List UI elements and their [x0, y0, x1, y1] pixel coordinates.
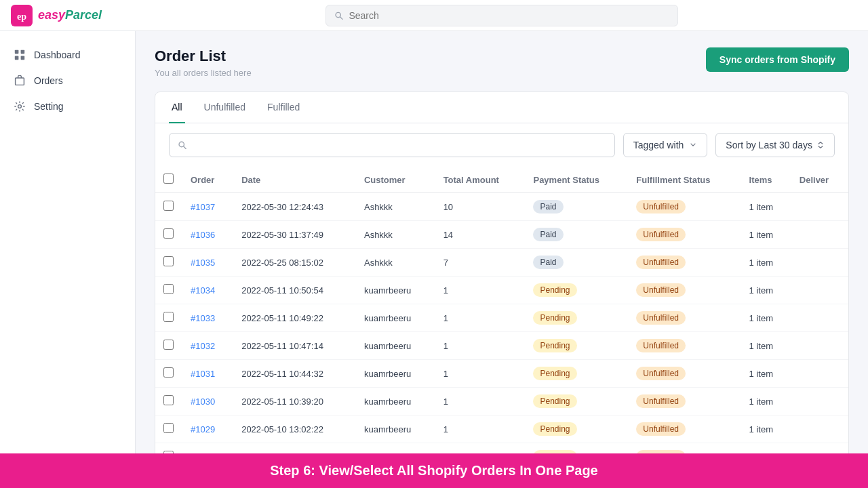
fulfillment-status-badge: Unfulfilled [636, 422, 686, 436]
order-card: All Unfulfilled Fulfilled Tagged with [155, 92, 849, 453]
row-checkbox[interactable] [155, 360, 182, 388]
order-link[interactable]: #1030 [191, 396, 215, 407]
row-checkbox[interactable] [155, 415, 182, 443]
row-payment-status: Pending [525, 304, 628, 332]
table-row: #1036 2022-05-30 11:37:49 Ashkkk 14 Paid… [155, 221, 848, 249]
payment-status-badge: Pending [533, 422, 576, 436]
row-items: 1 item [741, 360, 791, 388]
row-select-checkbox[interactable] [163, 201, 174, 211]
row-items: 1 item [741, 249, 791, 277]
row-date: 2022-05-10 12:59:37 [233, 443, 356, 454]
select-all-checkbox[interactable] [163, 174, 174, 184]
order-search-input[interactable] [193, 140, 606, 150]
row-checkbox[interactable] [155, 304, 182, 332]
order-link[interactable]: #1032 [191, 341, 215, 351]
order-link[interactable]: #1035 [191, 258, 215, 268]
row-fulfillment-status: Unfulfilled [628, 332, 741, 360]
order-link[interactable]: #1033 [191, 313, 215, 323]
row-order[interactable]: #1033 [182, 304, 233, 332]
tab-fulfilled[interactable]: Fulfilled [264, 92, 302, 123]
tagged-with-button[interactable]: Tagged with [623, 133, 708, 157]
topbar: ep easyParcel [0, 0, 868, 31]
payment-status-badge: Pending [533, 367, 576, 380]
header-checkbox-col [155, 167, 182, 193]
row-deliver [791, 277, 848, 304]
row-checkbox[interactable] [155, 332, 182, 360]
row-select-checkbox[interactable] [163, 312, 174, 322]
payment-status-badge: Pending [533, 394, 576, 408]
table-row: #1029 2022-05-10 13:02:22 kuamrbeeru 1 P… [155, 415, 848, 443]
col-date: Date [233, 167, 356, 193]
row-checkbox[interactable] [155, 221, 182, 249]
row-order[interactable]: #1036 [182, 221, 233, 249]
sync-button[interactable]: Sync orders from Shopify [706, 47, 849, 72]
row-order[interactable]: #1032 [182, 332, 233, 360]
table-body: #1037 2022-05-30 12:24:43 Ashkkk 10 Paid… [155, 193, 848, 454]
sidebar-item-setting[interactable]: Setting [0, 94, 135, 119]
order-search-container[interactable] [169, 133, 615, 157]
row-checkbox[interactable] [155, 249, 182, 277]
order-link[interactable]: #1029 [191, 424, 215, 434]
row-order[interactable]: #1035 [182, 249, 233, 277]
col-order: Order [182, 167, 233, 193]
row-customer: kuamrbeeru [356, 443, 435, 454]
row-deliver [791, 193, 848, 221]
row-items: 1 item [741, 388, 791, 415]
search-icon [334, 11, 343, 20]
row-select-checkbox[interactable] [163, 340, 174, 350]
row-order[interactable]: #1029 [182, 415, 233, 443]
sidebar: Dashboard Orders Setting [0, 31, 136, 453]
col-payment: Payment Status [525, 167, 628, 193]
grid-icon [14, 49, 26, 61]
row-date: 2022-05-11 10:50:54 [233, 277, 356, 304]
filter-row: Tagged with Sort by Last 30 days [155, 123, 848, 167]
col-deliver: Deliver [791, 167, 848, 193]
row-select-checkbox[interactable] [163, 284, 174, 294]
row-customer: kuamrbeeru [356, 277, 435, 304]
order-link[interactable]: #1034 [191, 285, 215, 296]
row-select-checkbox[interactable] [163, 423, 174, 433]
sort-button[interactable]: Sort by Last 30 days [715, 133, 835, 157]
order-link[interactable]: #1037 [191, 202, 215, 212]
row-order[interactable]: #1028 [182, 443, 233, 454]
sidebar-item-dashboard-label: Dashboard [34, 49, 81, 60]
row-checkbox[interactable] [155, 388, 182, 415]
global-search-input[interactable] [349, 10, 669, 21]
tab-all[interactable]: All [169, 92, 185, 123]
order-link[interactable]: #1031 [191, 369, 215, 379]
row-fulfillment-status: Unfulfilled [628, 193, 741, 221]
row-date: 2022-05-11 10:49:22 [233, 304, 356, 332]
row-date: 2022-05-25 08:15:02 [233, 249, 356, 277]
row-select-checkbox[interactable] [163, 228, 174, 239]
row-checkbox[interactable] [155, 193, 182, 221]
row-order[interactable]: #1030 [182, 388, 233, 415]
row-items: 1 item [741, 221, 791, 249]
row-payment-status: Paid [525, 193, 628, 221]
row-date: 2022-05-11 10:44:32 [233, 360, 356, 388]
sidebar-item-dashboard[interactable]: Dashboard [0, 42, 135, 68]
row-date: 2022-05-30 12:24:43 [233, 193, 356, 221]
tab-unfulfilled[interactable]: Unfulfilled [201, 92, 248, 123]
row-items: 1 item [741, 443, 791, 454]
row-order[interactable]: #1037 [182, 193, 233, 221]
row-select-checkbox[interactable] [163, 367, 174, 378]
order-search-icon [178, 140, 187, 150]
logo-text: easyParcel [38, 8, 102, 22]
row-select-checkbox[interactable] [163, 395, 174, 405]
sidebar-item-orders[interactable]: Orders [0, 68, 135, 94]
page-subtitle: You all orders listed here [155, 68, 252, 78]
row-checkbox[interactable] [155, 277, 182, 304]
row-checkbox[interactable] [155, 443, 182, 454]
order-link[interactable]: #1036 [191, 230, 215, 240]
row-order[interactable]: #1031 [182, 360, 233, 388]
row-total: 10 [435, 193, 526, 221]
svg-rect-4 [15, 50, 19, 54]
row-customer: Ashkkk [356, 193, 435, 221]
fulfillment-status-badge: Unfulfilled [636, 339, 686, 352]
svg-rect-6 [15, 56, 19, 60]
global-search-bar[interactable] [326, 5, 678, 26]
row-select-checkbox[interactable] [163, 256, 174, 266]
row-fulfillment-status: Unfulfilled [628, 388, 741, 415]
row-order[interactable]: #1034 [182, 277, 233, 304]
page-header: Order List You all orders listed here Sy… [155, 47, 849, 78]
